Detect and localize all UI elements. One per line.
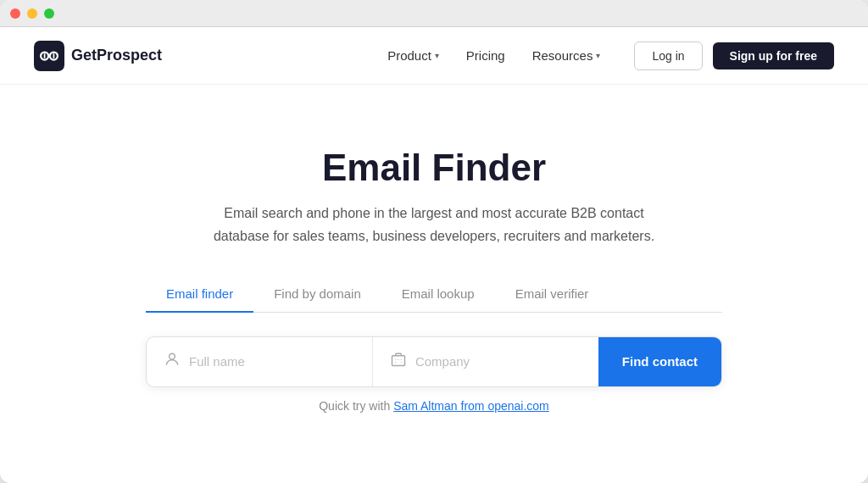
quick-try-link[interactable]: Sam Altman from openai.com bbox=[393, 399, 549, 413]
search-bar: Find contact bbox=[146, 336, 722, 387]
name-field bbox=[147, 337, 373, 386]
quick-try-text: Quick try with Sam Altman from openai.co… bbox=[319, 399, 549, 413]
nav-actions: Log in Sign up for free bbox=[634, 42, 834, 70]
signup-button[interactable]: Sign up for free bbox=[713, 42, 834, 69]
chevron-down-icon: ▾ bbox=[596, 51, 600, 60]
tab-email-lookup[interactable]: Email lookup bbox=[381, 278, 495, 313]
titlebar-buttons bbox=[10, 8, 54, 19]
person-icon bbox=[164, 351, 181, 372]
svg-point-5 bbox=[170, 354, 175, 360]
full-name-input[interactable] bbox=[189, 354, 355, 369]
tab-find-by-domain[interactable]: Find by domain bbox=[253, 278, 381, 313]
tab-email-finder[interactable]: Email finder bbox=[146, 278, 253, 313]
hero-title: Email Finder bbox=[322, 147, 546, 189]
titlebar bbox=[0, 0, 868, 27]
company-field bbox=[373, 337, 598, 386]
maximize-button[interactable] bbox=[44, 8, 54, 19]
close-button[interactable] bbox=[10, 8, 20, 19]
app-window: GetProspect Product ▾ Pricing Resources … bbox=[0, 0, 868, 483]
logo-text: GetProspect bbox=[71, 47, 162, 64]
nav-resources[interactable]: Resources ▾ bbox=[532, 48, 601, 63]
logo[interactable]: GetProspect bbox=[34, 41, 162, 71]
hero-section: Email Finder Email search and phone in t… bbox=[0, 85, 868, 483]
page-content: GetProspect Product ▾ Pricing Resources … bbox=[0, 27, 868, 483]
find-contact-button[interactable]: Find contact bbox=[598, 337, 721, 386]
hero-subtitle: Email search and phone in the largest an… bbox=[197, 203, 671, 247]
tab-email-verifier[interactable]: Email verifier bbox=[495, 278, 609, 313]
logo-icon bbox=[34, 41, 64, 71]
company-icon bbox=[390, 351, 407, 372]
chevron-down-icon: ▾ bbox=[435, 51, 439, 60]
navbar: GetProspect Product ▾ Pricing Resources … bbox=[0, 27, 868, 85]
company-input[interactable] bbox=[415, 354, 581, 369]
nav-links: Product ▾ Pricing Resources ▾ bbox=[387, 48, 600, 63]
minimize-button[interactable] bbox=[27, 8, 37, 19]
nav-product[interactable]: Product ▾ bbox=[387, 48, 439, 63]
nav-pricing[interactable]: Pricing bbox=[466, 48, 505, 63]
login-button[interactable]: Log in bbox=[634, 42, 702, 70]
tabs-bar: Email finder Find by domain Email lookup… bbox=[146, 278, 722, 313]
svg-rect-6 bbox=[392, 356, 404, 366]
